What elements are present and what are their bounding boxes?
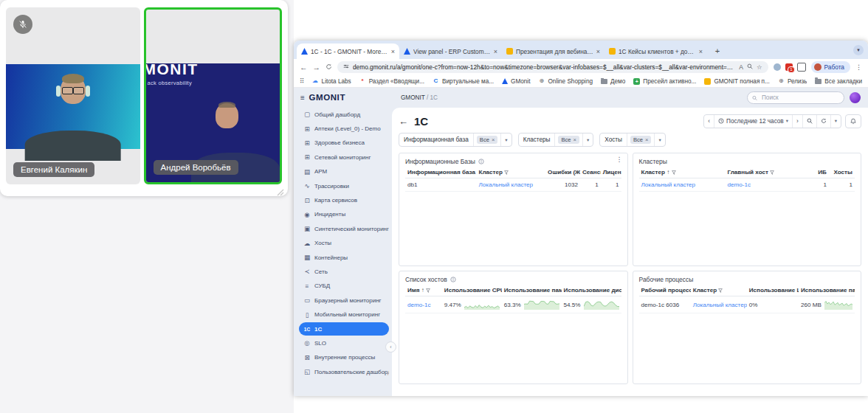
host-link[interactable]: demo-1c bbox=[728, 181, 751, 188]
sidebar-item-mobile-monitoring[interactable]: ▯Мобильный мониторинг bbox=[299, 308, 389, 321]
search-input[interactable] bbox=[760, 94, 839, 102]
column-header[interactable]: Использование CPU bbox=[442, 285, 502, 296]
column-header[interactable]: Кластер ↑ bbox=[639, 167, 726, 178]
bookmark-item[interactable]: GMonit bbox=[502, 78, 530, 85]
column-header[interactable]: Кластер bbox=[477, 167, 546, 178]
sidebar-item-dbms[interactable]: ≡СУБД bbox=[299, 280, 389, 293]
cluster-link[interactable]: Локальный кластер bbox=[479, 181, 534, 188]
tab-close-icon[interactable]: × bbox=[596, 48, 600, 55]
browser-tab[interactable]: Презентация для вебинар...× bbox=[502, 44, 604, 59]
column-header[interactable]: Информационная база bbox=[405, 167, 477, 178]
time-range-picker[interactable]: Последние 12 часов ▾ bbox=[714, 115, 793, 128]
column-header[interactable]: Использование диска bbox=[562, 285, 621, 296]
user-avatar[interactable] bbox=[850, 92, 861, 103]
app-search[interactable] bbox=[747, 91, 844, 104]
host-link[interactable]: demo-1c bbox=[407, 302, 431, 308]
info-icon[interactable] bbox=[450, 277, 456, 282]
panel-menu-icon[interactable]: ⋮ bbox=[616, 156, 623, 163]
column-header[interactable]: Сеансы bbox=[580, 167, 601, 178]
extension-lock-icon[interactable]: 1 bbox=[785, 63, 793, 71]
sidebar-item-network-monitoring[interactable]: ⊞Сетевой мониторинг bbox=[299, 150, 389, 164]
browser-tab[interactable]: 1С Кейсы клиентов + доп. ...× bbox=[604, 44, 707, 59]
tab-close-icon[interactable]: × bbox=[391, 48, 395, 55]
breadcrumb[interactable]: GMONIT / 1C bbox=[401, 94, 438, 101]
bookmark-item[interactable]: CВиртуальные ма... bbox=[433, 78, 494, 85]
new-tab-button[interactable]: + bbox=[712, 45, 723, 57]
sidebar-item-service-map[interactable]: ⊡Карта сервисов bbox=[299, 193, 389, 206]
bookmark-item[interactable]: ⊕Релизы GMonit bbox=[778, 78, 807, 85]
tab-search-chevron-icon[interactable]: ▾ bbox=[853, 45, 864, 55]
sidebar-item-browser-monitoring[interactable]: ▭Браузерный мониторинг bbox=[299, 294, 389, 307]
sidebar-item-traces[interactable]: ∿Трассировки bbox=[299, 179, 389, 192]
sidebar-item-custom-dashboards[interactable]: ◱Пользовательские дашборды bbox=[299, 365, 389, 378]
sidebar-item-business-health[interactable]: ⊞Здоровье бизнеса bbox=[299, 136, 389, 150]
column-header[interactable]: Имя ↑ bbox=[405, 285, 442, 296]
sidebar-item-hosts[interactable]: ☁Хосты bbox=[299, 237, 389, 250]
sidebar-item-incidents[interactable]: ◉Инциденты bbox=[299, 208, 389, 221]
filter-chip[interactable]: Все× bbox=[630, 136, 652, 144]
time-back-button[interactable]: ‹ bbox=[704, 115, 714, 128]
side-panel-icon[interactable] bbox=[797, 63, 806, 72]
alert-bell-button[interactable] bbox=[845, 114, 861, 128]
forward-icon[interactable]: → bbox=[313, 63, 321, 72]
apps-grid-icon[interactable]: ⠿ bbox=[300, 77, 304, 85]
sidebar-item-internal-processes[interactable]: ⊠Внутренние процессы bbox=[299, 351, 389, 364]
chip-remove-icon[interactable]: × bbox=[645, 136, 648, 143]
bookmark-item[interactable]: ☁Litota Labs bbox=[312, 78, 351, 85]
chevron-down-icon[interactable]: ▾ bbox=[500, 133, 511, 146]
cluster-link[interactable]: Локальный кластер bbox=[693, 302, 747, 308]
zoom-out-button[interactable] bbox=[803, 115, 817, 128]
reload-icon[interactable] bbox=[326, 63, 332, 72]
sidebar-item-network[interactable]: ≺Сеть bbox=[299, 265, 389, 278]
sidebar-item-dashboard[interactable]: ▢Общий дашборд bbox=[299, 108, 389, 121]
sidebar-item-pharmacy-demo[interactable]: ⊞Аптеки (Level_0) - Demo bbox=[299, 122, 389, 135]
filter-hosts[interactable]: Хосты Все× ▾ bbox=[599, 133, 665, 147]
filter-chip[interactable]: Все× bbox=[477, 136, 498, 144]
chevron-down-icon[interactable]: ▾ bbox=[654, 133, 664, 146]
chevron-down-icon[interactable]: ▾ bbox=[582, 133, 593, 146]
search-icon[interactable] bbox=[747, 63, 753, 71]
column-header[interactable]: Хосты bbox=[829, 167, 855, 178]
filter-chip[interactable]: Все× bbox=[558, 136, 579, 144]
sidebar-item-arm[interactable]: ▤АРМ bbox=[299, 165, 389, 178]
chip-remove-icon[interactable]: × bbox=[574, 136, 576, 143]
bookmark-star-icon[interactable]: ☆ bbox=[757, 64, 762, 71]
site-settings-icon[interactable] bbox=[343, 63, 349, 71]
column-header[interactable]: Кластер bbox=[691, 285, 747, 296]
column-header[interactable]: Лицензии bbox=[601, 167, 621, 178]
bookmark-item[interactable]: ⊕Online Shopping bbox=[538, 78, 593, 85]
back-icon[interactable]: ← bbox=[300, 63, 308, 72]
bookmark-item[interactable]: +Пресейл активно... bbox=[633, 78, 696, 85]
window-resize-handle[interactable] bbox=[276, 186, 284, 194]
url-text[interactable]: demo.gmonit.ru/a/gmonit/one-c?from=now-1… bbox=[353, 63, 735, 71]
app-logo[interactable]: ≡ GMONIT bbox=[300, 93, 389, 102]
column-header[interactable]: Использование памяти bbox=[502, 285, 562, 296]
sidebar-item-1c[interactable]: 1С1С bbox=[299, 322, 389, 336]
sidebar-item-slo[interactable]: ◎SLO bbox=[299, 336, 389, 350]
extension-icon[interactable] bbox=[774, 63, 781, 71]
browser-menu-icon[interactable]: ⋮ bbox=[855, 63, 862, 71]
sidebar-item-containers[interactable]: ▦Контейнеры bbox=[299, 251, 389, 264]
address-bar[interactable]: demo.gmonit.ru/a/gmonit/one-c?from=now-1… bbox=[337, 61, 768, 73]
translate-icon[interactable]: A bbox=[739, 64, 743, 71]
hamburger-icon[interactable]: ≡ bbox=[300, 94, 305, 102]
refresh-interval-caret[interactable]: ▾ bbox=[831, 115, 841, 128]
column-header[interactable]: Рабочий процесс bbox=[639, 285, 691, 296]
bookmark-item[interactable]: *Раздел «Вводящи... bbox=[359, 78, 424, 85]
column-header[interactable]: Ошибки (ЖР) ↓ bbox=[545, 167, 580, 178]
profile-chip[interactable]: Работа bbox=[811, 61, 850, 73]
column-header[interactable]: Главный хост bbox=[726, 167, 807, 178]
browser-tab[interactable]: View panel - ERP Custom D...× bbox=[399, 44, 502, 59]
info-icon[interactable] bbox=[478, 159, 484, 164]
sidebar-collapse-icon[interactable]: ‹ bbox=[385, 341, 396, 353]
sidebar-item-synthetic-monitoring[interactable]: ▣Синтетический мониторинг bbox=[299, 222, 389, 235]
tab-close-icon[interactable]: × bbox=[494, 48, 497, 55]
filter-infobase[interactable]: Информационная база Все× ▾ bbox=[399, 133, 512, 147]
chip-remove-icon[interactable]: × bbox=[492, 136, 495, 143]
refresh-button[interactable] bbox=[817, 115, 831, 128]
cluster-link[interactable]: Локальный кластер bbox=[641, 181, 696, 188]
tab-close-icon[interactable]: × bbox=[699, 48, 703, 55]
all-bookmarks-button[interactable]: Все закладки bbox=[815, 78, 862, 85]
browser-tab[interactable]: 1C - 1C - GMONIT - More ap...× bbox=[297, 44, 399, 59]
bookmark-item[interactable]: Демо bbox=[601, 78, 625, 85]
